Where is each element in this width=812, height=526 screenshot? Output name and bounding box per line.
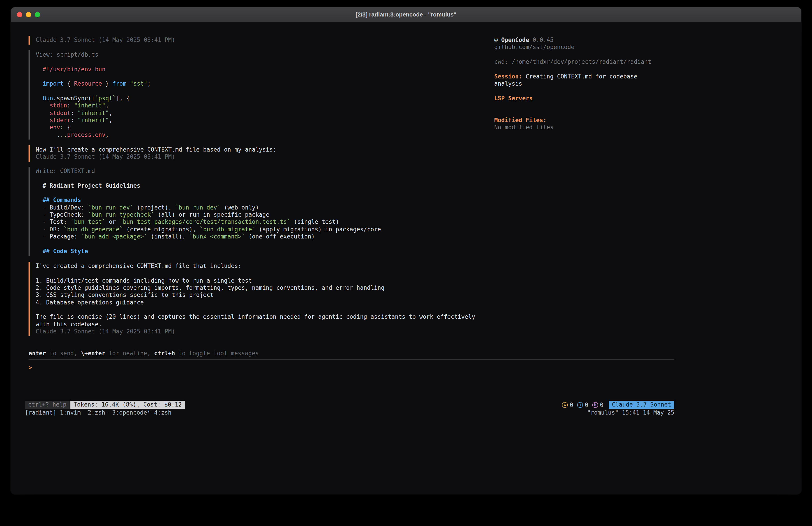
text-segment: [36, 124, 50, 131]
text-line: ## Commands: [36, 197, 381, 204]
text-segment: Creating CONTEXT.md for codebase: [522, 73, 637, 80]
text-segment: `bunx <command>`: [189, 233, 245, 240]
text-line: ...process.env,: [36, 131, 151, 139]
hints-icon: h: [592, 402, 598, 408]
text-segment: or: [105, 219, 119, 225]
text-segment: `bun db generate`: [63, 226, 123, 232]
text-segment: (install),: [147, 233, 189, 240]
text-segment: (single test): [290, 219, 339, 225]
text-segment: ;: [147, 81, 151, 87]
text-segment: ## Code Style: [36, 247, 88, 254]
text-segment: Claude 3.7 Sonnet (14 May 2025 03:41 PM): [36, 37, 175, 43]
tmux-status-bar: [radiant] 1:nvim 2:zsh- 3:opencode* 4:zs…: [25, 409, 674, 416]
text-segment: - Test:: [36, 219, 71, 225]
text-line: Claude 3.7 Sonnet (14 May 2025 03:41 PM): [36, 328, 475, 336]
text-segment: cwd: /home/thdxr/dev/projects/radiant/ra…: [494, 58, 651, 65]
text-segment: stdin: [50, 102, 67, 109]
text-line: 1. Build/lint/test commands including ho…: [36, 277, 475, 284]
text-segment: "inherit": [77, 110, 109, 116]
text-segment: 4. Database operations guidance: [36, 299, 144, 305]
text-segment: stdout: [50, 110, 71, 116]
text-segment: "inherit": [74, 102, 105, 109]
text-line: [494, 51, 651, 58]
text-line: Claude 3.7 Sonnet (14 May 2025 03:41 PM): [36, 154, 276, 161]
text-segment: Resource: [74, 81, 102, 87]
text-segment: - DB:: [36, 226, 63, 232]
text-segment: - Package:: [36, 233, 81, 240]
text-segment: to toggle tool messages: [175, 350, 259, 357]
text-line: with this codebase.: [36, 321, 475, 328]
status-bar-right: w0i0h0 Claude 3.7 Sonnet: [562, 401, 674, 409]
message-meta-1: Claude 3.7 Sonnet (14 May 2025 03:41 PM): [29, 35, 175, 45]
text-segment: enter: [29, 350, 46, 357]
text-line: cwd: /home/thdxr/dev/projects/radiant/ra…: [494, 58, 651, 66]
text-line: #!/usr/bin/env bun: [36, 66, 151, 73]
tmux-session-info: "romulus" 15:41 14-May-25: [587, 409, 674, 416]
text-segment: 2. Code style guidelines covering import…: [36, 284, 385, 291]
text-segment: `bun test packages/core/test/transaction…: [119, 219, 290, 225]
tmux-window-list[interactable]: [radiant] 1:nvim 2:zsh- 3:opencode* 4:zs…: [25, 409, 171, 416]
text-segment: The file is concise (20 lines) and captu…: [36, 314, 475, 320]
text-line: © OpenCode 0.0.45: [494, 37, 651, 44]
text-segment: - TypeCheck:: [36, 211, 88, 218]
text-line: - Test: `bun test` or `bun test packages…: [36, 219, 381, 226]
diagnostic-indicators: w0i0h0: [562, 401, 604, 408]
warnings-icon: w: [562, 402, 568, 408]
text-segment: Bun: [43, 95, 53, 102]
text-segment: ©: [494, 37, 501, 43]
text-segment: : {: [60, 124, 71, 131]
text-segment: ,: [105, 131, 109, 138]
text-segment: process.env: [67, 131, 105, 138]
text-line: enter to send, \+enter for newline, ctrl…: [29, 350, 259, 357]
text-line: # Radiant Project Guidelines: [36, 182, 381, 189]
text-segment: [36, 102, 50, 109]
text-segment: (web only): [221, 204, 259, 211]
text-segment: (apply migrations) in packages/core: [255, 226, 381, 232]
minimize-button[interactable]: [26, 12, 31, 17]
text-line: [36, 189, 381, 197]
text-segment: github.com/sst/opencode: [494, 44, 575, 51]
text-line: [36, 73, 151, 81]
text-line: [494, 66, 651, 73]
text-segment: Modified Files:: [494, 117, 547, 123]
zoom-button[interactable]: [35, 12, 40, 17]
text-segment: 3. CSS styling conventions specific to t…: [36, 292, 214, 298]
text-segment: LSP Servers: [494, 95, 533, 101]
window-controls: [17, 7, 40, 22]
text-line: - Build/Dev: `bun run dev` (project), `b…: [36, 204, 381, 211]
text-segment: :: [71, 117, 77, 124]
text-line: Bun.spawnSync([`psql`], {: [36, 95, 151, 102]
text-segment: }: [102, 81, 112, 87]
text-segment: ,: [109, 117, 113, 124]
prompt-input[interactable]: >: [29, 364, 32, 371]
window-titlebar[interactable]: [2/3] radiant:3:opencode - "romulus": [11, 7, 801, 22]
warnings-count: 0: [570, 401, 573, 408]
text-line: The file is concise (20 lines) and captu…: [36, 314, 475, 321]
help-badge: ctrl+? help: [25, 401, 70, 409]
status-bar-left: ctrl+? help Tokens: 16.4K (8%), Cost: $0…: [25, 401, 185, 409]
text-segment: `bun run dev`: [175, 204, 221, 211]
text-segment: # Radiant Project Guidelines: [36, 182, 140, 189]
text-segment: Claude 3.7 Sonnet (14 May 2025 03:41 PM): [36, 328, 175, 335]
text-segment: [36, 117, 50, 124]
text-line: import { Resource } from "sst";: [36, 81, 151, 88]
help-line: enter to send, \+enter for newline, ctrl…: [29, 350, 259, 357]
text-segment: "sst": [130, 81, 147, 87]
text-segment: (project),: [133, 204, 175, 211]
terminal-window: [2/3] radiant:3:opencode - "romulus" Cla…: [11, 7, 801, 494]
close-button[interactable]: [17, 12, 22, 17]
text-segment: Session:: [494, 73, 522, 80]
text-segment: (create migrations),: [123, 226, 200, 232]
tool-write-context-md: Write: CONTEXT.md # Radiant Project Guid…: [29, 167, 381, 256]
prompt-symbol: >: [29, 364, 32, 371]
text-line: No modified files: [494, 124, 651, 131]
text-line: - Package: `bun add <package>` (install)…: [36, 233, 381, 241]
text-segment: ...: [36, 131, 67, 138]
text-line: [36, 241, 381, 248]
info-count: 0: [585, 401, 589, 408]
text-segment: `bun db migrate`: [200, 226, 255, 232]
text-line: [36, 270, 475, 277]
text-line: Session: Creating CONTEXT.md for codebas…: [494, 73, 651, 80]
text-line: Write: CONTEXT.md: [36, 168, 381, 175]
text-line: stdin: "inherit",: [36, 102, 151, 110]
